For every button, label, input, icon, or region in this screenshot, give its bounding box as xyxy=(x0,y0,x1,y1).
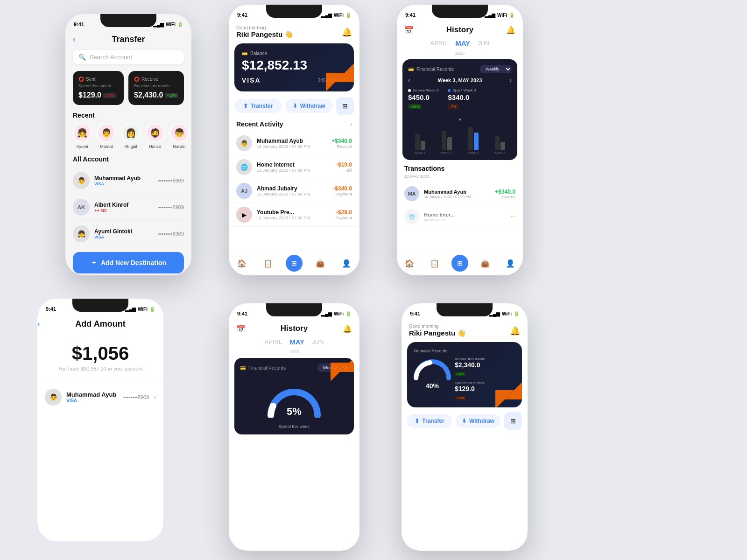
nav-wallet[interactable]: 👜 xyxy=(477,255,493,272)
nav-home[interactable]: 🏠 xyxy=(233,255,250,272)
week-4-bars: Week 4 xyxy=(488,136,512,154)
status-icons: ▂▄▆ WiFi 🔋 xyxy=(321,13,351,18)
transaction-row-1[interactable]: MA Muhammad Ayub 16 January 2023 • 07:00… xyxy=(404,182,515,205)
recipient-row[interactable]: 👨 Muhammad Ayub VISA ••••••••8909 › xyxy=(37,383,163,411)
trans-amount-block: ··· xyxy=(511,213,515,220)
month-jun[interactable]: JUN xyxy=(478,40,489,47)
withdraw-button[interactable]: ⬇ Withdraw xyxy=(285,99,332,113)
income-bar xyxy=(442,131,446,150)
phone-transfer: 9:41 ▂▄▆ WiFi 🔋 ‹ Transfer 🔍 Search Acco… xyxy=(65,14,191,275)
withdraw-button[interactable]: ⬇ Withdraw xyxy=(456,414,500,428)
history-title: History xyxy=(446,25,474,35)
account-name: Muhammad Ayub xyxy=(94,175,154,182)
spent-bar xyxy=(447,137,452,150)
nav-profile[interactable]: 👤 xyxy=(338,255,355,272)
transfer-label: Transfer xyxy=(422,418,444,424)
recipient-card-type: VISA xyxy=(66,398,119,403)
back-button[interactable]: ‹ xyxy=(37,319,40,329)
amount-value: +$340.0 xyxy=(331,138,352,144)
nav-history[interactable]: 📋 xyxy=(260,255,276,272)
battery-icon: 🔋 xyxy=(345,311,351,316)
nav-qr[interactable]: ⊞ xyxy=(286,255,303,272)
avatar-ayumi[interactable]: 👧 Ayumi xyxy=(73,124,92,149)
avatar-image: 👩 xyxy=(121,124,140,142)
prev-week-button[interactable]: ‹ xyxy=(408,76,410,84)
month-april[interactable]: APRIL xyxy=(430,40,448,47)
status-time: 9:41 xyxy=(74,21,84,27)
income-label: Income this month xyxy=(455,357,515,361)
income-badge: +10% xyxy=(408,104,422,109)
nav-wallet[interactable]: 👜 xyxy=(312,255,329,272)
activity-amount: +$340.0 Receive xyxy=(331,138,352,149)
wifi-icon: WiFi xyxy=(334,13,344,18)
back-button[interactable]: ‹ xyxy=(73,35,76,44)
greeting-block: Good morning Riki Pangestu 👋 xyxy=(236,25,293,39)
month-april[interactable]: APRIL xyxy=(265,338,282,345)
balance-card: 💳 Balance $12,852.13 VISA 34568998748 xyxy=(234,43,354,91)
amount-value: -$19.0 xyxy=(336,161,352,168)
transfer-label: Transfer xyxy=(251,103,273,109)
week-name: Week 2 xyxy=(441,151,452,154)
nav-qr[interactable]: ⊞ xyxy=(451,255,468,272)
phone-history: 9:41 ▂▄▆ WiFi 🔋 📅 History 🔔 APRIL MAY JU… xyxy=(397,5,523,275)
notification-icon[interactable]: 🔔 xyxy=(510,326,520,336)
transfer-button[interactable]: ⬆ Transfer xyxy=(407,414,452,428)
notification-icon[interactable]: 🔔 xyxy=(506,26,515,35)
nav-history[interactable]: 📋 xyxy=(426,255,443,272)
nav-profile[interactable]: 👤 xyxy=(502,255,519,272)
avatar-hanzo[interactable]: 🧔 Hanzo xyxy=(146,124,164,149)
account-row-1[interactable]: 👨 Muhammad Ayub VISA ••••••••8909 xyxy=(73,168,184,194)
activity-name: Ahmad Jubairy xyxy=(257,185,328,192)
activity-title: Recent Activity xyxy=(236,120,283,128)
activity-date: 16 January 2023 • 07:00 PM xyxy=(257,168,331,173)
activity-item-3[interactable]: AJ Ahmad Jubairy 16 January 2023 • 07:00… xyxy=(229,179,359,203)
gauge-svg xyxy=(414,357,451,380)
bar-group xyxy=(495,136,505,150)
next-week-button[interactable]: › xyxy=(509,76,512,84)
month-selector: APRIL MAY JUN xyxy=(229,336,359,350)
phone-dashboard-2: 9:41 ▂▄▆ WiFi 🔋 Good morning Riki Panges… xyxy=(402,303,528,551)
spent-item: Spent Week 3 $340.0 -7% xyxy=(448,88,476,110)
bar-group xyxy=(468,127,479,150)
recipient-name: Muhammad Ayub xyxy=(66,391,119,398)
avatar-image: 👨 xyxy=(97,124,116,142)
action-buttons: ⬆ Transfer ⬇ Withdraw ⊞ xyxy=(402,412,528,434)
qr-button[interactable]: ⊞ xyxy=(336,97,354,115)
account-row-3[interactable]: 👧 Ayumi Gintoki VISA ••••••••8909 xyxy=(73,221,184,247)
month-jun[interactable]: JUN xyxy=(312,338,324,345)
notification-icon[interactable]: 🔔 xyxy=(343,324,352,333)
chart-title: Financial Records xyxy=(416,67,454,72)
nav-home[interactable]: 🏠 xyxy=(401,255,418,272)
account-number: ••••••••8909 xyxy=(158,178,184,183)
activity-item-1[interactable]: 👨 Muhammad Ayub 16 January 2023 • 07:00 … xyxy=(229,132,359,155)
transfer-button[interactable]: ⬆ Transfer xyxy=(234,99,282,113)
week-navigator: ‹ Week 3, MAY 2023 › xyxy=(408,76,512,84)
avatar-abigail[interactable]: 👩 Abigail xyxy=(121,124,140,149)
chart-icon: 💳 xyxy=(240,365,246,371)
account-avatar: 👨 xyxy=(73,172,90,189)
search-bar[interactable]: 🔍 Search Account xyxy=(73,50,184,64)
activity-item-4[interactable]: ▶ Youtube Pre... 16 January 2023 • 07:00… xyxy=(229,203,359,227)
status-icons: ▂▄▆ WiFi 🔋 xyxy=(321,311,351,316)
activity-item-2[interactable]: 🌐 Home Internet 16 January 2023 • 07:00 … xyxy=(229,155,359,179)
week-1-bars: Week 1 xyxy=(408,134,432,154)
see-all-link[interactable]: › xyxy=(350,121,352,127)
month-may[interactable]: MAY xyxy=(455,39,470,47)
amount-display: $1,056 You have $30,987.00 in your accou… xyxy=(37,334,163,375)
avatar-mamat[interactable]: 👨 Mamat xyxy=(97,124,116,149)
spent-badge: -7% xyxy=(448,104,458,109)
add-destination-button[interactable]: ＋ Add New Destination xyxy=(73,252,184,273)
notification-icon[interactable]: 🔔 xyxy=(342,27,352,37)
activity-amount: -$29.0 Payment xyxy=(335,209,352,220)
account-name: Ayumi Gintoki xyxy=(94,228,154,235)
chevron-right-icon: › xyxy=(154,393,156,401)
sent-badge: -13% xyxy=(103,93,116,98)
month-may[interactable]: MAY xyxy=(289,338,304,346)
account-row-2[interactable]: AK Albert Kinrof ●● MC ••••••••8909 xyxy=(73,194,184,221)
weekly-select[interactable]: Weekly Monthly xyxy=(480,65,512,73)
week-label: Week 3, MAY 2023 xyxy=(438,77,482,83)
transaction-row-2[interactable]: 🌐 Home Inter... partial visible ··· xyxy=(404,205,515,228)
avatar-naruto[interactable]: 👦 Naruto xyxy=(170,124,189,149)
qr-button[interactable]: ⊞ xyxy=(504,412,522,430)
account-info: Ayumi Gintoki VISA xyxy=(94,228,154,239)
